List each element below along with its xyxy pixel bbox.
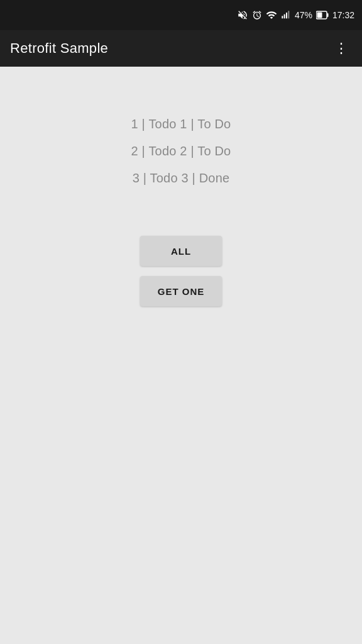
alarm-icon	[252, 10, 262, 20]
app-title: Retrofit Sample	[10, 40, 108, 57]
todo-item-1: 1 | Todo 1 | To Do	[131, 117, 231, 131]
app-toolbar: Retrofit Sample ⋮	[0, 30, 362, 67]
svg-rect-2	[286, 13, 287, 18]
svg-rect-0	[282, 16, 283, 18]
wifi-icon	[266, 9, 277, 21]
svg-rect-6	[317, 13, 322, 18]
time-display: 17:32	[332, 10, 354, 20]
status-bar: 47% 17:32	[0, 0, 362, 30]
svg-rect-1	[284, 14, 285, 19]
mute-icon	[237, 9, 248, 21]
signal-icon	[281, 10, 291, 20]
todo-list: 1 | Todo 1 | To Do 2 | Todo 2 | To Do 3 …	[131, 117, 231, 186]
todo-item-3: 3 | Todo 3 | Done	[133, 171, 230, 186]
main-content: 1 | Todo 1 | To Do 2 | Todo 2 | To Do 3 …	[0, 67, 362, 644]
battery-percentage: 47%	[295, 10, 312, 20]
svg-rect-5	[327, 13, 328, 17]
svg-rect-3	[288, 11, 289, 18]
all-button[interactable]: ALL	[140, 236, 222, 266]
battery-icon	[316, 11, 329, 19]
buttons-container: ALL GET ONE	[140, 236, 222, 306]
todo-item-2: 2 | Todo 2 | To Do	[131, 144, 231, 158]
get-one-button[interactable]: GET ONE	[140, 276, 222, 306]
overflow-menu-icon[interactable]: ⋮	[332, 38, 352, 59]
status-icons: 47% 17:32	[237, 9, 354, 21]
